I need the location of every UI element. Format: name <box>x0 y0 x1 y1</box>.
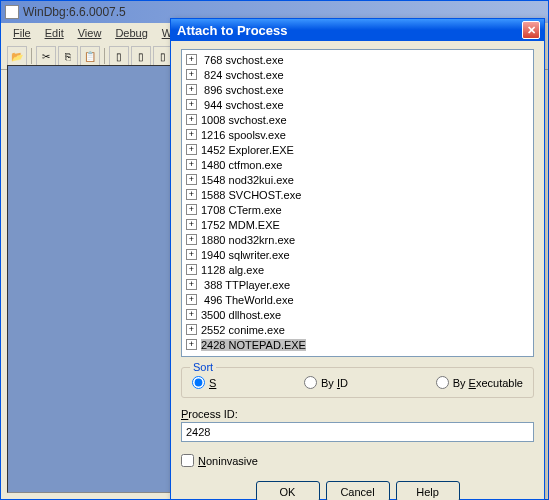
process-id-label: Process ID: <box>181 408 534 420</box>
process-label: 896 svchost.exe <box>201 84 284 96</box>
main-title: WinDbg:6.6.0007.5 <box>23 5 126 19</box>
process-row[interactable]: +1452 Explorer.EXE <box>184 142 531 157</box>
process-row[interactable]: +1216 spoolsv.exe <box>184 127 531 142</box>
process-row[interactable]: +1548 nod32kui.exe <box>184 172 531 187</box>
process-label: 1548 nod32kui.exe <box>201 174 294 186</box>
process-row[interactable]: + 944 svchost.exe <box>184 97 531 112</box>
process-row[interactable]: +1480 ctfmon.exe <box>184 157 531 172</box>
expand-icon[interactable]: + <box>186 309 197 320</box>
attach-dialog: Attach to Process ✕ + 768 svchost.exe+ 8… <box>170 18 545 500</box>
process-row[interactable]: +1708 CTerm.exe <box>184 202 531 217</box>
expand-icon[interactable]: + <box>186 324 197 335</box>
process-row[interactable]: +3500 dllhost.exe <box>184 307 531 322</box>
process-row[interactable]: +1588 SVCHOST.exe <box>184 187 531 202</box>
expand-icon[interactable]: + <box>186 189 197 200</box>
help-button[interactable]: Help <box>396 481 460 500</box>
menu-file[interactable]: File <box>7 25 37 41</box>
process-row[interactable]: + 824 svchost.exe <box>184 67 531 82</box>
expand-icon[interactable]: + <box>186 294 197 305</box>
process-label: 1128 alg.exe <box>201 264 264 276</box>
toolbar-separator <box>31 48 32 64</box>
sort-by-executable-label: By Executable <box>453 377 523 389</box>
menu-debug[interactable]: Debug <box>109 25 153 41</box>
sort-by-executable[interactable]: By Executable <box>436 376 523 389</box>
sort-system-order[interactable]: S <box>192 376 216 389</box>
process-label: 1752 MDM.EXE <box>201 219 280 231</box>
noninvasive-checkbox-wrap[interactable]: Noninvasive <box>181 454 534 467</box>
process-label: 1940 sqlwriter.exe <box>201 249 290 261</box>
noninvasive-label: Noninvasive <box>198 455 258 467</box>
expand-icon[interactable]: + <box>186 234 197 245</box>
expand-icon[interactable]: + <box>186 144 197 155</box>
expand-icon[interactable]: + <box>186 339 197 350</box>
process-row[interactable]: + 896 svchost.exe <box>184 82 531 97</box>
process-label: 1708 CTerm.exe <box>201 204 282 216</box>
noninvasive-checkbox[interactable] <box>181 454 194 467</box>
process-label: 1452 Explorer.EXE <box>201 144 294 156</box>
process-label: 1008 svchost.exe <box>201 114 287 126</box>
process-label: 1880 nod32krn.exe <box>201 234 295 246</box>
process-row[interactable]: + 388 TTPlayer.exe <box>184 277 531 292</box>
process-row[interactable]: +1940 sqlwriter.exe <box>184 247 531 262</box>
process-row[interactable]: +2428 NOTEPAD.EXE <box>184 337 531 352</box>
process-row[interactable]: + 768 svchost.exe <box>184 52 531 67</box>
menu-edit[interactable]: Edit <box>39 25 70 41</box>
sort-system-order-label: S <box>209 377 216 389</box>
process-row[interactable]: +1880 nod32krn.exe <box>184 232 531 247</box>
process-label: 2552 conime.exe <box>201 324 285 336</box>
expand-icon[interactable]: + <box>186 159 197 170</box>
process-label: 1480 ctfmon.exe <box>201 159 282 171</box>
toolbar-copy-icon[interactable]: ⎘ <box>58 46 78 66</box>
process-label: 496 TheWorld.exe <box>201 294 294 306</box>
expand-icon[interactable]: + <box>186 249 197 260</box>
dialog-buttons: OK Cancel Help <box>181 481 534 500</box>
process-row[interactable]: + 496 TheWorld.exe <box>184 292 531 307</box>
process-label: 824 svchost.exe <box>201 69 284 81</box>
process-label: 2428 NOTEPAD.EXE <box>201 339 306 351</box>
process-label: 1216 spoolsv.exe <box>201 129 286 141</box>
expand-icon[interactable]: + <box>186 114 197 125</box>
process-row[interactable]: +1008 svchost.exe <box>184 112 531 127</box>
sort-legend: Sort <box>190 361 216 373</box>
expand-icon[interactable]: + <box>186 54 197 65</box>
toolbar-open-icon[interactable]: 📂 <box>7 46 27 66</box>
sort-options: S By ID By Executable <box>192 376 523 389</box>
process-label: 768 svchost.exe <box>201 54 284 66</box>
dialog-body: + 768 svchost.exe+ 824 svchost.exe+ 896 … <box>171 41 544 500</box>
dialog-title: Attach to Process <box>175 23 288 38</box>
expand-icon[interactable]: + <box>186 99 197 110</box>
radio-by-executable[interactable] <box>436 376 449 389</box>
expand-icon[interactable]: + <box>186 219 197 230</box>
process-label: 944 svchost.exe <box>201 99 284 111</box>
cancel-button[interactable]: Cancel <box>326 481 390 500</box>
process-list[interactable]: + 768 svchost.exe+ 824 svchost.exe+ 896 … <box>181 49 534 357</box>
menu-view[interactable]: View <box>72 25 108 41</box>
process-row[interactable]: +2552 conime.exe <box>184 322 531 337</box>
radio-by-id[interactable] <box>304 376 317 389</box>
expand-icon[interactable]: + <box>186 279 197 290</box>
process-row[interactable]: +1752 MDM.EXE <box>184 217 531 232</box>
ok-button[interactable]: OK <box>256 481 320 500</box>
process-id-input[interactable] <box>181 422 534 442</box>
expand-icon[interactable]: + <box>186 204 197 215</box>
toolbar-cut-icon[interactable]: ✂ <box>36 46 56 66</box>
dialog-titlebar: Attach to Process ✕ <box>171 19 544 41</box>
app-icon <box>5 5 19 19</box>
process-label: 3500 dllhost.exe <box>201 309 281 321</box>
toolbar-btn[interactable]: ▯ <box>109 46 129 66</box>
process-row[interactable]: +1128 alg.exe <box>184 262 531 277</box>
process-label: 388 TTPlayer.exe <box>201 279 290 291</box>
toolbar-btn[interactable]: ▯ <box>131 46 151 66</box>
sort-by-id-label: By ID <box>321 377 348 389</box>
expand-icon[interactable]: + <box>186 69 197 80</box>
expand-icon[interactable]: + <box>186 129 197 140</box>
sort-by-id[interactable]: By ID <box>304 376 348 389</box>
expand-icon[interactable]: + <box>186 84 197 95</box>
toolbar-separator <box>104 48 105 64</box>
toolbar-paste-icon[interactable]: 📋 <box>80 46 100 66</box>
radio-system-order[interactable] <box>192 376 205 389</box>
expand-icon[interactable]: + <box>186 264 197 275</box>
expand-icon[interactable]: + <box>186 174 197 185</box>
close-button[interactable]: ✕ <box>522 21 540 39</box>
sort-group: Sort S By ID By Executable <box>181 367 534 398</box>
